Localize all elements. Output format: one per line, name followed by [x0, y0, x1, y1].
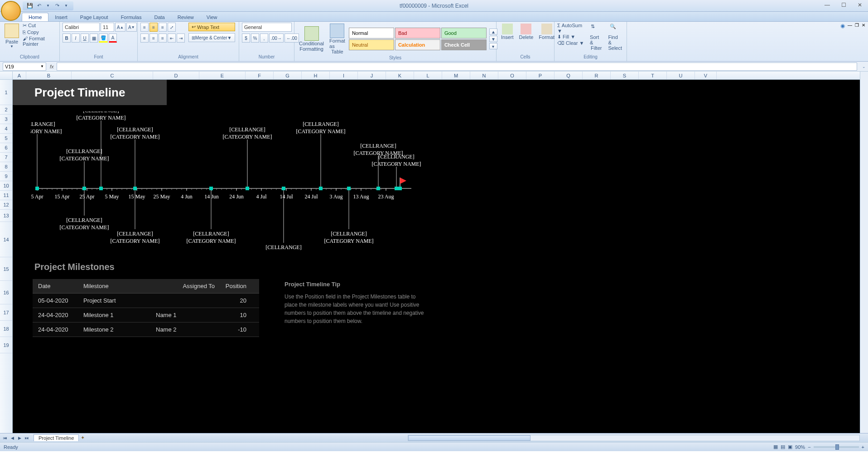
worksheet-grid[interactable]: 12345678910111213141516171819 Project Ti… — [0, 80, 868, 433]
row-header-3[interactable]: 3 — [0, 115, 12, 124]
row-header-9[interactable]: 9 — [0, 172, 12, 181]
row-header-12[interactable]: 12 — [0, 200, 12, 210]
fill-button[interactable]: ⬇ Fill ▼ — [557, 34, 586, 40]
font-color-button[interactable]: A — [109, 34, 117, 43]
prev-sheet-button[interactable]: ◀ — [9, 435, 15, 441]
row-header-1[interactable]: 1 — [0, 80, 12, 105]
undo-icon[interactable]: ↶ — [35, 2, 43, 10]
wrap-text-button[interactable]: ↩Wrap Text — [188, 23, 235, 31]
col-header-F[interactable]: F — [246, 72, 274, 79]
col-header-V[interactable]: V — [695, 72, 717, 79]
row-header-16[interactable]: 16 — [0, 281, 12, 304]
align-center-button[interactable]: ≡ — [149, 34, 158, 43]
col-header-L[interactable]: L — [414, 72, 442, 79]
col-header-N[interactable]: N — [470, 72, 498, 79]
sheet-tab-project-timeline[interactable]: Project Timeline — [34, 434, 79, 441]
italic-button[interactable]: I — [72, 34, 80, 43]
row-header-18[interactable]: 18 — [0, 321, 12, 337]
col-header-H[interactable]: H — [302, 72, 330, 79]
row-header-17[interactable]: 17 — [0, 304, 12, 321]
col-header-S[interactable]: S — [611, 72, 639, 79]
format-painter-button[interactable]: 🖌 Format Painter — [23, 36, 57, 47]
decrease-font-button[interactable]: A▼ — [126, 23, 137, 32]
next-sheet-button[interactable]: ▶ — [16, 435, 23, 441]
border-button[interactable]: ▦ — [90, 34, 98, 43]
row-header-15[interactable]: 15 — [0, 257, 12, 281]
row-header-11[interactable]: 11 — [0, 191, 12, 200]
view-page-break-icon[interactable]: ▣ — [788, 444, 792, 450]
col-header-P[interactable]: P — [526, 72, 555, 79]
style-calculation[interactable]: Calculation — [395, 39, 440, 50]
autosum-button[interactable]: Σ AutoSum ▼ — [557, 23, 586, 34]
col-header-G[interactable]: G — [274, 72, 302, 79]
col-header-J[interactable]: J — [358, 72, 386, 79]
sort-filter-button[interactable]: ⇅Sort &Filter — [588, 23, 604, 52]
col-header-U[interactable]: U — [667, 72, 695, 79]
tab-page-layout[interactable]: Page Layout — [74, 13, 115, 21]
zoom-level[interactable]: 90% — [795, 444, 805, 450]
format-cells-button[interactable]: Format — [537, 23, 556, 41]
decrease-indent-button[interactable]: ⇤ — [168, 34, 176, 43]
row-header-2[interactable]: 2 — [0, 105, 12, 115]
row-header-14[interactable]: 14 — [0, 222, 12, 257]
zoom-in-button[interactable]: + — [862, 444, 864, 450]
office-button[interactable] — [1, 1, 21, 21]
save-icon[interactable]: 💾 — [26, 2, 34, 10]
cut-button[interactable]: ✂ Cut — [23, 23, 57, 29]
orientation-button[interactable]: ⤢ — [168, 23, 176, 32]
select-all-corner[interactable] — [0, 72, 13, 79]
restore-window-icon[interactable]: ❐ — [855, 23, 859, 29]
maximize-button[interactable]: ☐ — [837, 1, 850, 9]
col-header-D[interactable]: D — [153, 72, 199, 79]
col-header-A[interactable]: A — [13, 72, 26, 79]
vertical-scrollbar[interactable] — [860, 72, 868, 434]
align-middle-button[interactable]: ≡ — [149, 23, 158, 32]
help-icon[interactable]: ◉ — [840, 23, 845, 29]
close-button[interactable]: ✕ — [854, 1, 866, 9]
table-row[interactable]: 05-04-2020 Project Start 20 — [33, 294, 259, 308]
style-normal[interactable]: Normal — [349, 28, 394, 39]
font-name-input[interactable] — [63, 23, 100, 32]
delete-cells-button[interactable]: Delete — [517, 23, 535, 41]
formula-input[interactable] — [57, 63, 857, 71]
font-size-input[interactable] — [101, 23, 114, 32]
col-header-T[interactable]: T — [639, 72, 667, 79]
comma-button[interactable]: , — [260, 34, 268, 43]
last-sheet-button[interactable]: ⏭ — [24, 435, 30, 441]
row-header-7[interactable]: 7 — [0, 153, 12, 162]
zoom-out-button[interactable]: − — [808, 444, 810, 450]
percent-button[interactable]: % — [251, 34, 259, 43]
row-header-19[interactable]: 19 — [0, 337, 12, 353]
currency-button[interactable]: $ — [242, 34, 250, 43]
col-header-Q[interactable]: Q — [555, 72, 583, 79]
zoom-slider[interactable] — [814, 446, 859, 448]
first-sheet-button[interactable]: ⏮ — [2, 435, 8, 441]
bold-button[interactable]: B — [63, 34, 71, 43]
tab-home[interactable]: Home — [22, 13, 48, 21]
conditional-formatting-button[interactable]: Conditional Formatting — [297, 25, 326, 53]
merge-center-button[interactable]: ⊞ Merge & Center ▼ — [188, 33, 235, 42]
insert-cells-button[interactable]: Insert — [499, 23, 516, 41]
tab-data[interactable]: Data — [148, 13, 171, 21]
align-right-button[interactable]: ≡ — [159, 34, 167, 43]
view-page-layout-icon[interactable]: ▤ — [781, 444, 785, 450]
col-header-K[interactable]: K — [386, 72, 414, 79]
align-top-button[interactable]: ≡ — [140, 23, 149, 32]
row-header-8[interactable]: 8 — [0, 162, 12, 172]
increase-font-button[interactable]: A▲ — [115, 23, 125, 32]
style-good[interactable]: Good — [441, 28, 487, 39]
redo-icon[interactable]: ↷ — [53, 2, 61, 10]
find-select-button[interactable]: 🔍Find &Select — [606, 23, 624, 52]
tab-view[interactable]: View — [200, 13, 224, 21]
name-box[interactable]: V19▼ — [3, 63, 46, 71]
number-format-select[interactable] — [242, 23, 292, 32]
table-row[interactable]: 24-04-2020 Milestone 1 Name 1 10 — [33, 308, 259, 323]
col-header-R[interactable]: R — [583, 72, 611, 79]
tab-review[interactable]: Review — [171, 13, 200, 21]
underline-button[interactable]: U — [81, 34, 89, 43]
tab-insert[interactable]: Insert — [48, 13, 74, 21]
increase-indent-button[interactable]: ⇥ — [177, 34, 185, 43]
zoom-thumb[interactable] — [835, 444, 839, 450]
row-header-6[interactable]: 6 — [0, 143, 12, 153]
style-bad[interactable]: Bad — [395, 28, 440, 39]
